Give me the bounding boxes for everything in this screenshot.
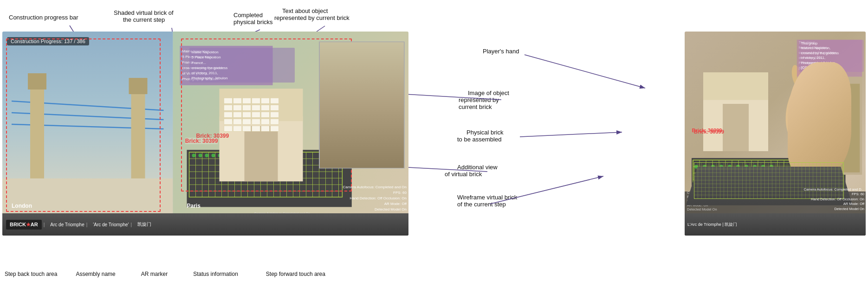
bottom-labels-row: Step back touch area Assembly name AR ma…	[5, 271, 863, 277]
napoleon-text-overlay: Mairie Napoléon 5 Place Napoléon Francé.…	[189, 48, 295, 83]
bottom-label-status-info: Status information	[193, 271, 238, 277]
logo-star: ★	[26, 222, 31, 227]
assembly-name-left: Arc de Triomphe	[50, 222, 84, 227]
assembly-name-left2: 'Arc de Triomphe'	[93, 222, 129, 227]
player-hand	[788, 62, 851, 174]
brick-label-right: Brick: 30399	[692, 128, 722, 133]
dashed-box-london	[6, 38, 161, 212]
fps-info-left: Camera Autofocus: Completed and On FPS: …	[343, 185, 407, 212]
brickar-logo-left: BRICK★AR	[6, 220, 42, 230]
status-bar-right: L'Arc de Triomphe | 凯旋门	[685, 213, 866, 236]
bottom-label-assembly-name: Assembly name	[76, 271, 115, 277]
status-bar-left: BRICK★AR | Arc de Triomphe | 'Arc de Tri…	[2, 213, 408, 236]
assembly-name-chinese: 凯旋门	[137, 221, 151, 228]
screenshot-left-panel: Construction Progress: 137 / 386 Brick: …	[2, 32, 408, 236]
bottom-label-ar-marker: AR marker	[141, 271, 168, 277]
bottom-label-step-forward: Step forward touch area	[266, 271, 325, 277]
screenshot-right-panel: This group features Napoleon, crowned by…	[685, 32, 866, 236]
arc-triomphe-image	[319, 42, 405, 168]
bottom-label-step-back: Step back touch area	[5, 271, 57, 277]
brick-label-left: Brick: 30399	[185, 138, 218, 144]
fps-info-right: Camera Autofocus: Completed and D... FPS…	[804, 187, 865, 212]
assembly-name-right: L'Arc de Triomphe | 凯旋门	[687, 222, 737, 228]
